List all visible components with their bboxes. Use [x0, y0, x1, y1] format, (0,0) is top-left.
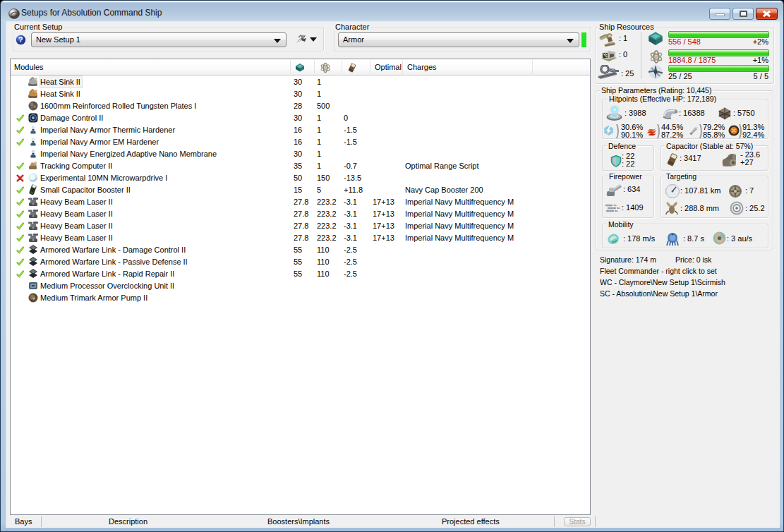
- svg-text:?: ?: [18, 36, 23, 44]
